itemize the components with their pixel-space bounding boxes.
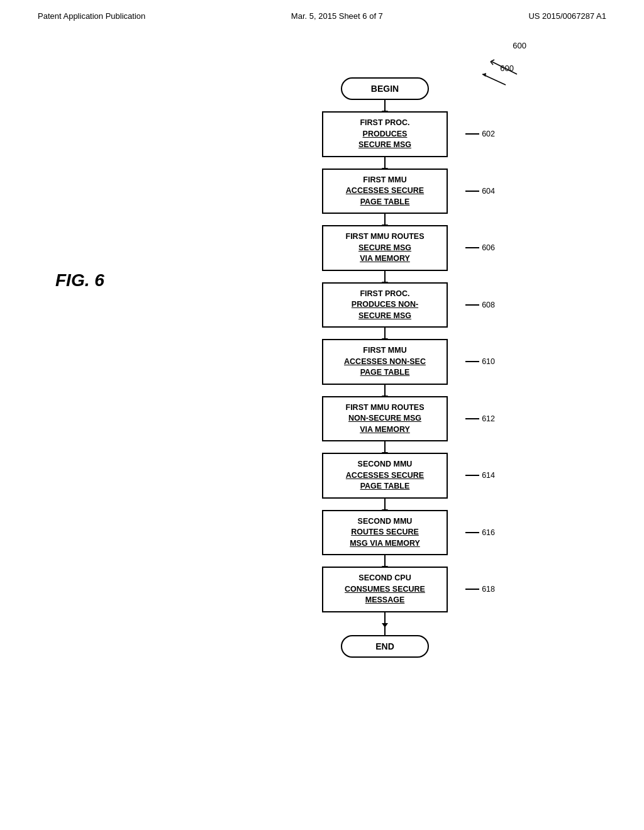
step-box-610: FIRST MMUACCESSES NON-SECPAGE TABLE bbox=[322, 339, 448, 385]
step-box-602: FIRST PROC.PRODUCESSECURE MSG bbox=[322, 111, 448, 157]
ref-label-602: 602 bbox=[465, 130, 495, 138]
step-612: FIRST MMU ROUTESNON-SECURE MSGVIA MEMORY… bbox=[322, 396, 448, 453]
step-610: FIRST MMUACCESSES NON-SECPAGE TABLE610 bbox=[322, 339, 448, 396]
step-604: FIRST MMUACCESSES SECUREPAGE TABLE604 bbox=[322, 169, 448, 226]
ref-label-612: 612 bbox=[465, 414, 495, 423]
step-602: FIRST PROC.PRODUCESSECURE MSG602 bbox=[322, 111, 448, 169]
begin-box: BEGIN bbox=[341, 77, 429, 100]
step-box-604: FIRST MMUACCESSES SECUREPAGE TABLE bbox=[322, 169, 448, 214]
begin-node: BEGIN 600 bbox=[322, 77, 448, 111]
flowchart: 600 BEGIN 600 FIRST PROC.PRODUCESSECURE … bbox=[126, 77, 644, 658]
ref-label-606: 606 bbox=[465, 243, 495, 252]
header-right: US 2015/0067287 A1 bbox=[528, 11, 606, 21]
step-608: FIRST PROC.PRODUCES NON-SECURE MSG608 bbox=[322, 282, 448, 340]
ref-label-614: 614 bbox=[465, 471, 495, 480]
end-box: END bbox=[341, 635, 429, 658]
step-606: FIRST MMU ROUTESSECURE MSGVIA MEMORY606 bbox=[322, 225, 448, 282]
ref-label-618: 618 bbox=[465, 585, 495, 594]
ref-600: 600 bbox=[479, 71, 514, 89]
header-center: Mar. 5, 2015 Sheet 6 of 7 bbox=[291, 11, 383, 21]
ref-label-616: 616 bbox=[465, 528, 495, 537]
step-box-612: FIRST MMU ROUTESNON-SECURE MSGVIA MEMORY bbox=[322, 396, 448, 442]
page-header: Patent Application Publication Mar. 5, 2… bbox=[0, 0, 644, 27]
ref-label-608: 608 bbox=[465, 301, 495, 309]
step-box-606: FIRST MMU ROUTESSECURE MSGVIA MEMORY bbox=[322, 225, 448, 271]
step-616: SECOND MMUROUTES SECUREMSG VIA MEMORY616 bbox=[322, 510, 448, 567]
step-box-608: FIRST PROC.PRODUCES NON-SECURE MSG bbox=[322, 282, 448, 328]
step-box-616: SECOND MMUROUTES SECUREMSG VIA MEMORY bbox=[322, 510, 448, 556]
figure-label: FIG. 6 bbox=[55, 270, 104, 290]
end-node: END bbox=[322, 624, 448, 658]
step-box-614: SECOND MMUACCESSES SECUREPAGE TABLE bbox=[322, 453, 448, 499]
svg-line-3 bbox=[482, 74, 506, 85]
step-box-618: SECOND CPUCONSUMES SECUREMESSAGE bbox=[322, 567, 448, 612]
step-618: SECOND CPUCONSUMES SECUREMESSAGE618 bbox=[322, 567, 448, 624]
step-614: SECOND MMUACCESSES SECUREPAGE TABLE614 bbox=[322, 453, 448, 510]
steps-container: FIRST PROC.PRODUCESSECURE MSG602FIRST MM… bbox=[322, 111, 448, 624]
ref-label-604: 604 bbox=[465, 187, 495, 196]
header-left: Patent Application Publication bbox=[38, 11, 145, 21]
svg-line-1 bbox=[491, 60, 494, 62]
ref-label-610: 610 bbox=[465, 357, 495, 366]
